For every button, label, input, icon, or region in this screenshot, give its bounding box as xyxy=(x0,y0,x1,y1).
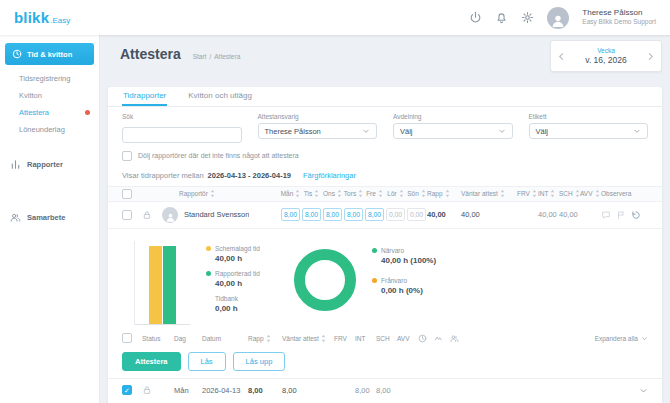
charts-area: Schemalagd tid 40,00 h Rapporterad tid 4… xyxy=(108,229,662,331)
week-display: Vecka v. 16, 2026 xyxy=(585,47,626,66)
col-frv[interactable]: FRV xyxy=(517,189,538,198)
col-label: Datum xyxy=(202,335,221,342)
sidebar-item-attestera[interactable]: Attestera xyxy=(0,104,99,121)
color-legend-link[interactable]: Färgförklaringar xyxy=(303,171,356,180)
legend-label: Frånvaro xyxy=(381,277,407,284)
expand-all-toggle[interactable]: Expandera alla xyxy=(595,335,648,342)
tab-tidrapporter[interactable]: Tidrapporter xyxy=(122,87,167,106)
col-ons[interactable]: Ons xyxy=(322,189,343,198)
hide-empty-checkbox[interactable] xyxy=(122,151,132,161)
col-vantar-attest[interactable]: Väntar attest xyxy=(282,334,334,343)
filter-etikett: Etikett Välj xyxy=(529,113,649,143)
report-row[interactable]: Standard Svensson 8,00 8,00 8,00 8,00 8,… xyxy=(108,202,662,229)
users-icon xyxy=(10,212,21,223)
select-all-checkbox[interactable] xyxy=(122,189,132,199)
bar-chart-icon xyxy=(10,159,21,170)
day-actions: Attestera Lås Lås upp xyxy=(108,346,662,378)
col-tis[interactable]: Tis xyxy=(301,189,322,198)
week-label[interactable]: Vecka xyxy=(585,47,626,55)
col-sch[interactable]: SCH xyxy=(376,335,397,342)
day-value-lor[interactable]: 0,00 xyxy=(386,208,405,221)
week-navigator: Vecka v. 16, 2026 xyxy=(550,40,662,72)
sidebar-item-kvitton[interactable]: Kvitton xyxy=(0,87,99,104)
search-label: Sök xyxy=(122,113,242,120)
attestera-button[interactable]: Attestera xyxy=(122,352,181,371)
history-icon[interactable] xyxy=(631,210,641,220)
gear-icon[interactable] xyxy=(521,11,534,24)
col-rapp[interactable]: Rapp xyxy=(427,189,461,198)
day-row-man[interactable]: Mån 2026-04-13 8,00 8,00 8,00 8,00 xyxy=(108,378,662,402)
detail-panel: Schemalagd tid 40,00 h Rapporterad tid 4… xyxy=(108,229,662,402)
lock-icon xyxy=(142,210,152,220)
chevron-right-icon[interactable] xyxy=(645,51,656,62)
sidebar-item-tidsregistrering[interactable]: Tidsregistrering xyxy=(0,70,99,87)
col-avv[interactable]: AVV xyxy=(397,335,418,342)
col-avv[interactable]: AVV xyxy=(580,189,601,198)
las-upp-button[interactable]: Lås upp xyxy=(233,352,286,371)
col-datum[interactable]: Datum xyxy=(202,335,248,342)
expand-all-label: Expandera alla xyxy=(595,335,638,342)
col-sch[interactable]: SCH xyxy=(559,189,580,198)
col-int[interactable]: INT xyxy=(538,189,559,198)
person-icon xyxy=(550,13,566,29)
col-fre[interactable]: Fre xyxy=(364,189,385,198)
col-tors[interactable]: Tors xyxy=(343,189,364,198)
day-value-son[interactable]: 0,00 xyxy=(407,208,426,221)
bell-icon[interactable] xyxy=(495,11,508,24)
col-int[interactable]: INT xyxy=(355,335,376,342)
chevron-down-icon xyxy=(498,127,506,135)
col-man[interactable]: Mån xyxy=(280,189,301,198)
legend-dot xyxy=(206,296,211,301)
col-lor[interactable]: Lör xyxy=(385,189,406,198)
col-rapp[interactable]: Rapp xyxy=(248,334,282,343)
day-value-tis[interactable]: 8,00 xyxy=(302,208,321,221)
sidebar-section-tid-kvitton[interactable]: Tid & kvitton xyxy=(5,43,94,65)
col-frv[interactable]: FRV xyxy=(334,335,355,342)
tab-kvitton-och-utlagg[interactable]: Kvitton och utlägg xyxy=(187,87,253,106)
chevron-down-icon[interactable] xyxy=(639,386,648,395)
flag-icon[interactable] xyxy=(616,210,626,220)
sidebar-item-loneunderlag[interactable]: Löneunderlag xyxy=(0,121,99,138)
bar-chart-legend: Schemalagd tid 40,00 h Rapporterad tid 4… xyxy=(206,241,282,313)
etikett-select[interactable]: Välj xyxy=(529,123,649,139)
col-label: Rapp xyxy=(427,190,443,197)
clock-icon xyxy=(12,49,22,59)
power-icon[interactable] xyxy=(469,11,482,24)
sort-icon xyxy=(314,189,319,198)
avatar[interactable] xyxy=(547,7,569,29)
chevron-left-icon[interactable] xyxy=(556,51,567,62)
reporter-cell[interactable]: Standard Svensson xyxy=(162,207,280,223)
day-value-man[interactable]: 8,00 xyxy=(281,208,300,221)
col-vantar-attest[interactable]: Väntar attest xyxy=(461,189,517,198)
user-menu[interactable]: Therese Pålsson Easy Blikk Demo Support xyxy=(582,8,656,27)
day-rapp: 8,00 xyxy=(248,386,282,395)
las-button[interactable]: Lås xyxy=(188,352,226,371)
sidebar-item-samarbete[interactable]: Samarbete xyxy=(0,205,99,230)
legend-value: 40,00 h (100%) xyxy=(381,256,436,265)
sidebar-item-rapporter[interactable]: Rapporter xyxy=(0,152,99,177)
day-value-ons[interactable]: 8,00 xyxy=(323,208,342,221)
brand-logo[interactable]: blikk .Easy xyxy=(14,9,70,26)
day-value-fre[interactable]: 8,00 xyxy=(365,208,384,221)
select-all-days-checkbox[interactable] xyxy=(122,333,132,343)
row-checkbox[interactable] xyxy=(122,210,132,220)
breadcrumb-start[interactable]: Start xyxy=(193,53,207,60)
brand-suffix: .Easy xyxy=(50,16,70,25)
col-status[interactable]: Status xyxy=(142,335,174,342)
attestansvarig-select[interactable]: Therese Pålsson xyxy=(258,123,378,139)
col-label: Ons xyxy=(323,190,335,197)
sort-icon xyxy=(295,189,300,198)
col-label: INT xyxy=(538,190,548,197)
day-date: 2026-04-13 xyxy=(202,386,248,395)
avdelning-select[interactable]: Välj xyxy=(393,123,513,139)
search-input[interactable] xyxy=(122,127,242,143)
col-rapportor[interactable]: Rapportör xyxy=(162,189,280,198)
summary-date-range: 2026-04-13 - 2026-04-19 xyxy=(208,171,291,180)
col-dag[interactable]: Dag xyxy=(174,335,202,342)
col-son[interactable]: Sön xyxy=(406,189,427,198)
comment-icon[interactable] xyxy=(601,210,611,220)
day-checkbox[interactable] xyxy=(122,385,132,395)
day-value-tors[interactable]: 8,00 xyxy=(344,208,363,221)
topbar-actions: Therese Pålsson Easy Blikk Demo Support xyxy=(469,7,656,29)
report-table-header: Rapportör Mån Tis Ons Tors Fre Lör Sön R… xyxy=(108,186,662,202)
